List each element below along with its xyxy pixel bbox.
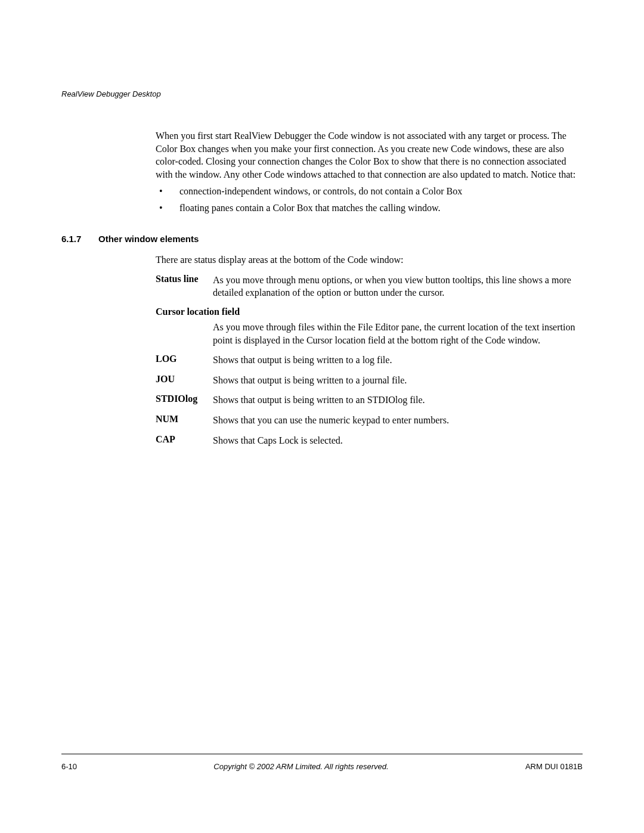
intro-paragraph: When you first start RealView Debugger t… <box>156 129 583 181</box>
page-number: 6-10 <box>61 762 77 771</box>
definition-term: Cursor location field <box>156 306 583 317</box>
bullet-text: floating panes contain a Color Box that … <box>179 203 441 213</box>
intro-bullet-list: •connection-independent windows, or cont… <box>156 184 583 214</box>
definition-item: LOG Shows that output is being written t… <box>156 354 583 367</box>
footer-rule <box>61 754 583 754</box>
definition-description: As you move through menu options, or whe… <box>213 274 583 299</box>
definition-description: As you move through files within the Fil… <box>213 321 583 346</box>
definition-item: JOU Shows that output is being written t… <box>156 374 583 387</box>
bullet-icon: • <box>159 184 163 198</box>
definition-term: LOG <box>156 354 213 364</box>
page-footer: 6-10 Copyright © 2002 ARM Limited. All r… <box>61 762 583 771</box>
definition-description: Shows that output is being written to a … <box>213 354 583 367</box>
bullet-text: connection-independent windows, or contr… <box>179 186 462 196</box>
definition-item: NUM Shows that you can use the numeric k… <box>156 414 583 427</box>
list-item: •floating panes contain a Color Box that… <box>156 201 583 215</box>
definition-term: Status line <box>156 274 213 284</box>
copyright-text: Copyright © 2002 ARM Limited. All rights… <box>77 762 525 771</box>
definition-item: Cursor location field As you move throug… <box>156 306 583 346</box>
definition-description: Shows that output is being written to an… <box>213 394 583 407</box>
section-title: Other window elements <box>98 234 199 244</box>
document-id: ARM DUI 0181B <box>525 762 583 771</box>
definition-list: Status line As you move through menu opt… <box>156 274 583 447</box>
definition-item: Status line As you move through menu opt… <box>156 274 583 299</box>
definition-term: NUM <box>156 414 213 425</box>
definition-item: STDIOlog Shows that output is being writ… <box>156 394 583 407</box>
section-heading: 6.1.7 Other window elements <box>61 234 583 244</box>
definition-description: Shows that Caps Lock is selected. <box>213 434 583 447</box>
definition-item: CAP Shows that Caps Lock is selected. <box>156 434 583 447</box>
section-intro: There are status display areas at the bo… <box>156 255 583 265</box>
running-header: RealView Debugger Desktop <box>61 89 583 98</box>
section-number: 6.1.7 <box>61 234 98 244</box>
definition-description: Shows that output is being written to a … <box>213 374 583 387</box>
list-item: •connection-independent windows, or cont… <box>156 184 583 198</box>
definition-term: CAP <box>156 434 213 445</box>
definition-description: Shows that you can use the numeric keypa… <box>213 414 583 427</box>
definition-term: STDIOlog <box>156 394 213 404</box>
definition-term: JOU <box>156 374 213 385</box>
bullet-icon: • <box>159 201 163 215</box>
